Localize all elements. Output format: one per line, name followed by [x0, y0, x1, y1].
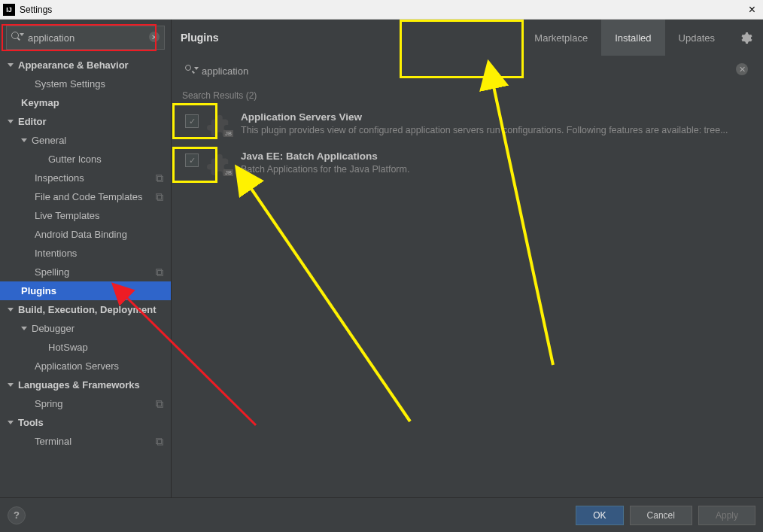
tree-item-label: Plugins [21, 285, 171, 296]
reset-icon[interactable] [154, 173, 165, 184]
tree-item-label: Editor [18, 116, 171, 127]
plugin-checkbox-wrap: ✓ [181, 111, 203, 128]
plugin-checkbox-wrap: ✓ [181, 150, 203, 167]
clear-search-icon[interactable]: ✕ [736, 63, 748, 75]
plugin-name: Java EE: Batch Applications [241, 150, 754, 162]
expand-icon[interactable] [8, 120, 14, 123]
expand-icon[interactable] [8, 421, 14, 424]
tab-marketplace[interactable]: Marketplace [521, 20, 601, 56]
plugin-description: Batch Applications for the Java Platform… [241, 164, 754, 175]
tree-item-label: Keymap [21, 97, 171, 108]
plugins-header: Plugins MarketplaceInstalledUpdates [172, 20, 763, 56]
plugin-search-wrap: ✕ [172, 56, 763, 86]
tree-item-application-servers[interactable]: Application Servers [0, 357, 171, 375]
tree-item-plugins[interactable]: Plugins [0, 281, 171, 300]
reset-icon[interactable] [154, 436, 165, 447]
plugin-list[interactable]: ✓JBApplication Servers ViewThis plugin p… [172, 105, 763, 497]
tree-item-debugger[interactable]: Debugger [0, 319, 171, 338]
svg-rect-1 [157, 176, 163, 181]
search-filter-arrow-icon[interactable] [194, 67, 199, 70]
svg-rect-2 [157, 193, 162, 199]
gear-icon[interactable] [739, 30, 754, 45]
plugins-panel: Plugins MarketplaceInstalledUpdates ✕ Se… [172, 20, 763, 497]
tree-item-keymap[interactable]: Keymap [0, 93, 171, 112]
plugin-row[interactable]: ✓JBJava EE: Batch ApplicationsBatch Appl… [172, 144, 763, 184]
plugin-name: Application Servers View [241, 111, 754, 123]
expand-icon[interactable] [8, 63, 14, 67]
apply-button[interactable]: Apply [698, 506, 755, 525]
tree-item-label: Intentions [35, 248, 171, 259]
svg-rect-8 [157, 438, 162, 443]
tree-item-spelling[interactable]: Spelling [0, 263, 171, 281]
reset-icon[interactable] [154, 192, 165, 202]
app-icon: IJ [3, 4, 15, 16]
plugin-info: Application Servers ViewThis plugin prov… [241, 111, 754, 135]
page-title: Plugins [181, 32, 219, 44]
plugin-search-input[interactable] [181, 60, 754, 83]
titlebar: IJ Settings × [0, 0, 763, 20]
plugin-icon: JB [206, 150, 233, 178]
clear-search-icon[interactable]: ✕ [149, 32, 160, 42]
tree-item-terminal[interactable]: Terminal [0, 432, 171, 451]
tree-item-label: Terminal [35, 436, 154, 447]
tree-item-system-settings[interactable]: System Settings [0, 74, 171, 93]
tree-item-general[interactable]: General [0, 131, 171, 150]
svg-rect-4 [157, 269, 162, 274]
tree-item-label: Spring [35, 398, 154, 409]
tree-item-label: Spelling [35, 266, 154, 278]
dialog-footer: ? OK Cancel Apply [0, 497, 763, 532]
settings-sidebar: ✕ Appearance & BehaviorSystem SettingsKe… [0, 20, 172, 497]
tree-item-label: Debugger [32, 323, 171, 334]
tree-item-label: Build, Execution, Deployment [18, 304, 171, 315]
expand-icon[interactable] [8, 308, 14, 312]
svg-rect-9 [157, 439, 163, 445]
tree-item-label: Application Servers [35, 360, 171, 372]
sidebar-search-input[interactable] [6, 26, 165, 50]
tree-item-label: Tools [18, 417, 171, 428]
tab-installed[interactable]: Installed [601, 20, 664, 56]
expand-icon[interactable] [21, 327, 27, 330]
svg-rect-5 [157, 270, 163, 275]
close-button[interactable]: × [744, 3, 760, 17]
tree-item-live-templates[interactable]: Live Templates [0, 206, 171, 225]
expand-icon[interactable] [8, 383, 14, 387]
tree-item-spring[interactable]: Spring [0, 394, 171, 413]
tree-item-hotswap[interactable]: HotSwap [0, 338, 171, 357]
tree-item-languages-frameworks[interactable]: Languages & Frameworks [0, 375, 171, 394]
ok-button[interactable]: OK [576, 506, 623, 525]
tree-item-inspections[interactable]: Inspections [0, 169, 171, 187]
tree-item-label: HotSwap [48, 342, 171, 353]
plugin-enable-checkbox[interactable]: ✓ [185, 114, 199, 128]
help-button[interactable]: ? [8, 506, 26, 524]
tree-item-build-execution-deployment[interactable]: Build, Execution, Deployment [0, 300, 171, 319]
plugin-enable-checkbox[interactable]: ✓ [185, 154, 199, 167]
tree-item-appearance-behavior[interactable]: Appearance & Behavior [0, 56, 171, 74]
tree-item-gutter-icons[interactable]: Gutter Icons [0, 150, 171, 169]
reset-icon[interactable] [154, 399, 165, 409]
cancel-button[interactable]: Cancel [630, 506, 692, 525]
plugins-tabs: MarketplaceInstalledUpdates [521, 20, 728, 56]
settings-tree[interactable]: Appearance & BehaviorSystem SettingsKeym… [0, 56, 171, 497]
window-title: Settings [20, 5, 744, 15]
sidebar-search-wrap: ✕ [0, 20, 171, 56]
tree-item-editor[interactable]: Editor [0, 112, 171, 131]
tree-item-intentions[interactable]: Intentions [0, 244, 171, 263]
tab-updates[interactable]: Updates [665, 20, 728, 56]
main-area: ✕ Appearance & BehaviorSystem SettingsKe… [0, 20, 763, 497]
tree-item-label: Gutter Icons [48, 154, 171, 165]
expand-icon[interactable] [21, 138, 27, 142]
tree-item-file-and-code-templates[interactable]: File and Code Templates [0, 187, 171, 206]
plugin-info: Java EE: Batch ApplicationsBatch Applica… [241, 150, 754, 175]
tree-item-label: System Settings [35, 78, 171, 90]
search-icon [185, 65, 191, 71]
tree-item-label: Android Data Binding [35, 229, 171, 240]
plugin-icon: JB [206, 111, 233, 138]
tree-item-tools[interactable]: Tools [0, 413, 171, 432]
tree-item-android-data-binding[interactable]: Android Data Binding [0, 225, 171, 244]
search-results-label: Search Results (2) [172, 86, 763, 105]
tree-item-label: General [32, 135, 171, 146]
reset-icon[interactable] [154, 267, 165, 278]
plugin-row[interactable]: ✓JBApplication Servers ViewThis plugin p… [172, 105, 763, 144]
search-filter-arrow-icon[interactable] [20, 33, 24, 36]
tree-item-label: Appearance & Behavior [18, 59, 171, 71]
